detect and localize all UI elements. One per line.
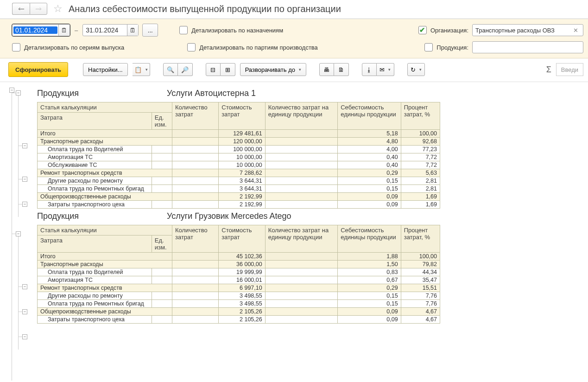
group-row[interactable]: Ремонт транспортных средств 7 288,62 0,2… <box>38 169 440 177</box>
find-input[interactable]: Введи <box>556 63 583 76</box>
header-cost-item: Затрата <box>38 113 152 130</box>
find-button[interactable]: 🔍 <box>163 63 178 76</box>
refresh-icon: ↻ <box>411 66 416 73</box>
clear-icon[interactable]: ✕ <box>571 27 580 34</box>
organization-label: Организация: <box>430 27 468 34</box>
header-pct: Процент затрат, % <box>401 225 440 253</box>
tree-toggle[interactable]: − <box>22 284 27 289</box>
detail-by-purpose-checkbox[interactable] <box>179 26 188 34</box>
print-button[interactable]: 🖶 <box>319 63 334 76</box>
item-row[interactable]: Другие расходы по ремонту 3 644,31 0,152… <box>38 177 440 185</box>
item-row[interactable]: Оплата труда по Ремонтных бригад 3 644,3… <box>38 185 440 193</box>
period-start-value: 01.01.2024 <box>13 26 57 34</box>
item-row[interactable]: Амортизация ТС 16 000,01 0,6735,47 <box>38 276 440 284</box>
tree-toggle[interactable]: − <box>22 309 27 314</box>
calendar-icon[interactable]: 🗓 <box>127 25 138 36</box>
item-row[interactable]: Оплата труда по Водителей 19 999,99 0,83… <box>38 268 440 276</box>
header-calc-item: Статья калькуляции <box>38 225 172 236</box>
find-next-button[interactable]: 🔎 <box>178 63 193 76</box>
item-row[interactable]: Затраты транспортного цеха 2 192,99 0,09… <box>38 201 440 209</box>
detail-by-series-checkbox[interactable] <box>12 43 20 51</box>
total-row: Итого 45 102,36 1,88100,00 <box>38 253 440 261</box>
tree-toggle[interactable]: − <box>16 231 21 236</box>
tree-toggle[interactable]: − <box>22 202 27 207</box>
favorite-star-icon[interactable]: ☆ <box>52 3 64 15</box>
organization-value: Транспортные расходы ОВЗ <box>475 27 555 34</box>
product-heading-label: Продукция <box>37 89 148 98</box>
header-unit: Ед. изм. <box>152 236 172 253</box>
page-title: Анализ себестоимости выпущенной продукци… <box>69 4 341 14</box>
product-input[interactable] <box>472 41 583 53</box>
header-unit: Ед. изм. <box>152 113 172 130</box>
cost-table: Статья калькуляции Количество затрат Сто… <box>37 102 440 209</box>
calendar-icon[interactable]: 🗓 <box>58 25 70 36</box>
header-pct: Процент затрат, % <box>401 102 440 130</box>
product-heading-label: Продукция <box>37 211 148 221</box>
cost-table: Статья калькуляции Количество затрат Сто… <box>37 225 440 324</box>
group-row[interactable]: Общепроизводственные расходы 2 105,26 0,… <box>38 308 440 316</box>
collapse-all-button[interactable]: ⊟ <box>206 63 221 76</box>
search-cancel-icon: 🔎 <box>181 66 189 73</box>
group-row[interactable]: Общепроизводственные расходы 2 192,99 0,… <box>38 193 440 201</box>
generate-button[interactable]: Сформировать <box>8 62 68 77</box>
organization-checkbox[interactable] <box>418 26 427 34</box>
item-row[interactable]: Обслуживание ТС 10 000,00 0,407,72 <box>38 161 440 169</box>
item-row[interactable]: Оплата труда по Водителей 100 000,00 4,0… <box>38 146 440 153</box>
header-qty-per-unit: Количество затрат на единицу продукции <box>265 225 338 253</box>
product-label: Продукция: <box>436 44 468 51</box>
organization-input[interactable]: Транспортные расходы ОВЗ ✕ <box>472 24 583 36</box>
expand-icon: ⊞ <box>225 66 230 73</box>
sigma-icon: Σ <box>546 65 551 75</box>
preview-icon: 🗎 <box>338 66 344 73</box>
period-select-button[interactable]: ... <box>142 24 158 37</box>
product-checkbox[interactable] <box>424 43 433 51</box>
save-icon: ⭳ <box>366 66 372 73</box>
header-cost-per-unit: Себестоимость единицы продукции <box>338 225 401 253</box>
group-row[interactable]: Транспортные расходы 120 000,00 4,8092,6… <box>38 138 440 146</box>
preview-button[interactable]: 🗎 <box>334 63 349 76</box>
period-end-input[interactable]: 31.01.2024 🗓 <box>82 24 139 36</box>
detail-by-series-label: Детализировать по сериям выпуска <box>24 44 124 51</box>
expand-all-button[interactable]: ⊞ <box>221 63 235 76</box>
detail-by-batches-checkbox[interactable] <box>187 43 196 51</box>
send-button[interactable]: ✉▾ <box>377 63 394 76</box>
header-cost-per-unit: Себестоимость единицы продукции <box>338 102 401 130</box>
save-button[interactable]: ⭳ <box>362 63 377 76</box>
group-row[interactable]: Ремонт транспортных средств 6 997,10 0,2… <box>38 284 440 292</box>
header-qty-per-unit: Количество затрат на единицу продукции <box>265 102 338 130</box>
product-heading-value: Услуги Автоцистерна 1 <box>167 89 256 98</box>
header-calc-item: Статья калькуляции <box>38 102 172 113</box>
settings-button[interactable]: Настройки... <box>83 63 128 76</box>
header-cost-item: Затрата <box>38 236 152 253</box>
tree-toggle[interactable]: − <box>9 88 14 93</box>
header-cost: Стоимость затрат <box>219 102 265 130</box>
search-icon: 🔍 <box>167 66 174 73</box>
tree-toggle[interactable]: − <box>16 90 21 96</box>
tree-toggle[interactable]: − <box>22 143 27 148</box>
total-row: Итого 129 481,61 5,18100,00 <box>38 130 440 138</box>
item-row[interactable]: Амортизация ТС 10 000,00 0,407,72 <box>38 153 440 161</box>
detail-by-purpose-label: Детализировать по назначениям <box>191 27 283 34</box>
period-start-input[interactable]: 01.01.2024 🗓 <box>12 24 70 36</box>
printer-icon: 🖶 <box>323 66 329 73</box>
nav-back-button[interactable]: 🡐 <box>12 3 30 15</box>
item-row[interactable]: Затраты транспортного цеха 2 105,26 0,09… <box>38 316 440 324</box>
header-qty: Количество затрат <box>172 225 219 253</box>
expand-to-button[interactable]: Разворачивать до▾ <box>240 63 306 76</box>
nav-forward-button[interactable]: 🡒 <box>30 3 47 15</box>
tree-toggle[interactable]: − <box>22 334 27 339</box>
variants-button[interactable]: 📋▾ <box>133 63 150 76</box>
item-row[interactable]: Другие расходы по ремонту 3 498,55 0,157… <box>38 292 440 300</box>
collapse-icon: ⊟ <box>210 66 215 73</box>
product-heading-value: Услуги Грузовик Mercedes Atego <box>167 211 291 221</box>
tree-toggle[interactable]: − <box>22 177 27 182</box>
item-row[interactable]: Оплата труда по Ремонтных бригад 3 498,5… <box>38 300 440 308</box>
group-row[interactable]: Транспортные расходы 36 000,00 1,5079,82 <box>38 261 440 268</box>
period-end-value: 31.01.2024 <box>83 26 127 34</box>
mail-icon: ✉ <box>379 66 385 73</box>
detail-by-batches-label: Детализировать по партиям производства <box>199 44 318 51</box>
header-qty: Количество затрат <box>172 102 219 130</box>
header-cost: Стоимость затрат <box>219 225 265 253</box>
refresh-button[interactable]: ↻▾ <box>407 63 425 76</box>
